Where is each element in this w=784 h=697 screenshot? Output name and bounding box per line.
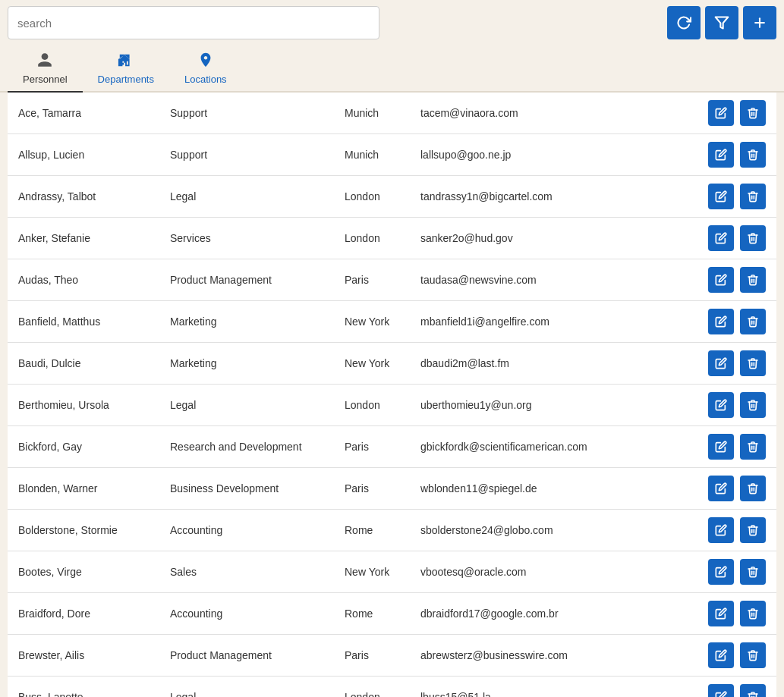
cell-email: sanker2o@hud.gov (410, 218, 694, 259)
cell-name: Anker, Stefanie (8, 218, 159, 259)
table-row: Bootes, Virge Sales New York vbootesq@or… (8, 551, 776, 593)
add-button[interactable] (743, 6, 776, 39)
cell-department: Accounting (159, 510, 334, 551)
cell-actions (694, 385, 776, 426)
table-row: Braidford, Dore Accounting Rome dbraidfo… (8, 593, 776, 635)
edit-button[interactable] (708, 392, 734, 418)
cell-actions (694, 343, 776, 385)
table-row: Buss, Lanette Legal London lbuss15@51.la (8, 677, 776, 698)
cell-name: Braidford, Dore (8, 593, 159, 635)
cell-city: Paris (334, 635, 410, 677)
table-row: Anker, Stefanie Services London sanker2o… (8, 218, 776, 259)
cell-city: Rome (334, 510, 410, 551)
cell-department: Product Management (159, 259, 334, 301)
svg-marker-0 (716, 17, 729, 29)
delete-button[interactable] (740, 184, 766, 209)
cell-name: Baudi, Dulcie (8, 343, 159, 385)
table-row: Bickford, Gay Research and Development P… (8, 426, 776, 468)
cell-city: New York (334, 551, 410, 593)
cell-department: Support (159, 93, 334, 134)
delete-button[interactable] (740, 684, 766, 697)
edit-button[interactable] (708, 601, 734, 626)
delete-button[interactable] (740, 601, 766, 626)
cell-department: Sales (159, 551, 334, 593)
table-row: Brewster, Ailis Product Management Paris… (8, 635, 776, 677)
edit-button[interactable] (708, 476, 734, 501)
delete-button[interactable] (740, 559, 766, 585)
edit-button[interactable] (708, 267, 734, 293)
departments-icon (118, 52, 134, 72)
cell-city: London (334, 385, 410, 426)
cell-name: Banfield, Matthus (8, 301, 159, 343)
delete-button[interactable] (740, 267, 766, 293)
cell-department: Services (159, 218, 334, 259)
cell-email: dbraidford17@google.com.br (410, 593, 694, 635)
edit-button[interactable] (708, 100, 734, 126)
delete-button[interactable] (740, 642, 766, 668)
delete-button[interactable] (740, 434, 766, 460)
delete-button[interactable] (740, 392, 766, 418)
edit-button[interactable] (708, 434, 734, 460)
cell-city: New York (334, 301, 410, 343)
cell-name: Andrassy, Talbot (8, 176, 159, 218)
cell-city: Rome (334, 593, 410, 635)
table-row: Berthomieu, Ursola Legal London uberthom… (8, 385, 776, 426)
edit-button[interactable] (708, 559, 734, 585)
cell-city: New York (334, 343, 410, 385)
delete-button[interactable] (740, 100, 766, 126)
delete-button[interactable] (740, 309, 766, 334)
edit-button[interactable] (708, 684, 734, 697)
cell-actions (694, 677, 776, 698)
tabs: Personnel Departments Locations (0, 46, 784, 93)
cell-name: Bootes, Virge (8, 551, 159, 593)
cell-email: lbuss15@51.la (410, 677, 694, 698)
cell-city: London (334, 218, 410, 259)
tab-locations-label: Locations (184, 74, 227, 85)
cell-city: London (334, 176, 410, 218)
cell-city: London (334, 677, 410, 698)
tab-departments[interactable]: Departments (83, 46, 169, 93)
table-row: Bolderstone, Stormie Accounting Rome sbo… (8, 510, 776, 551)
cell-actions (694, 176, 776, 218)
tab-personnel-label: Personnel (23, 74, 68, 85)
edit-button[interactable] (708, 142, 734, 168)
cell-actions (694, 218, 776, 259)
filter-button[interactable] (705, 6, 738, 39)
edit-button[interactable] (708, 350, 734, 376)
cell-city: Munich (334, 134, 410, 176)
cell-name: Berthomieu, Ursola (8, 385, 159, 426)
delete-button[interactable] (740, 225, 766, 251)
cell-department: Legal (159, 385, 334, 426)
table-row: Banfield, Matthus Marketing New York mba… (8, 301, 776, 343)
cell-email: lallsupo@goo.ne.jp (410, 134, 694, 176)
edit-button[interactable] (708, 642, 734, 668)
table-row: Allsup, Lucien Support Munich lallsupo@g… (8, 134, 776, 176)
cell-email: tacem@vinaora.com (410, 93, 694, 134)
cell-actions (694, 551, 776, 593)
cell-email: taudasa@newsvine.com (410, 259, 694, 301)
cell-actions (694, 635, 776, 677)
delete-button[interactable] (740, 350, 766, 376)
cell-city: Munich (334, 93, 410, 134)
refresh-button[interactable] (667, 6, 701, 39)
cell-name: Allsup, Lucien (8, 134, 159, 176)
cell-department: Marketing (159, 301, 334, 343)
search-input[interactable] (8, 6, 379, 39)
edit-button[interactable] (708, 225, 734, 251)
edit-button[interactable] (708, 309, 734, 334)
delete-button[interactable] (740, 517, 766, 543)
delete-button[interactable] (740, 142, 766, 168)
edit-button[interactable] (708, 517, 734, 543)
cell-department: Accounting (159, 593, 334, 635)
cell-department: Product Management (159, 635, 334, 677)
table-row: Audas, Theo Product Management Paris tau… (8, 259, 776, 301)
tab-locations[interactable]: Locations (169, 46, 242, 93)
locations-icon (197, 52, 214, 72)
table-row: Andrassy, Talbot Legal London tandrassy1… (8, 176, 776, 218)
delete-button[interactable] (740, 476, 766, 501)
cell-actions (694, 301, 776, 343)
cell-name: Audas, Theo (8, 259, 159, 301)
personnel-table: Ace, Tamarra Support Munich tacem@vinaor… (8, 93, 776, 697)
edit-button[interactable] (708, 184, 734, 209)
tab-personnel[interactable]: Personnel (8, 46, 83, 93)
